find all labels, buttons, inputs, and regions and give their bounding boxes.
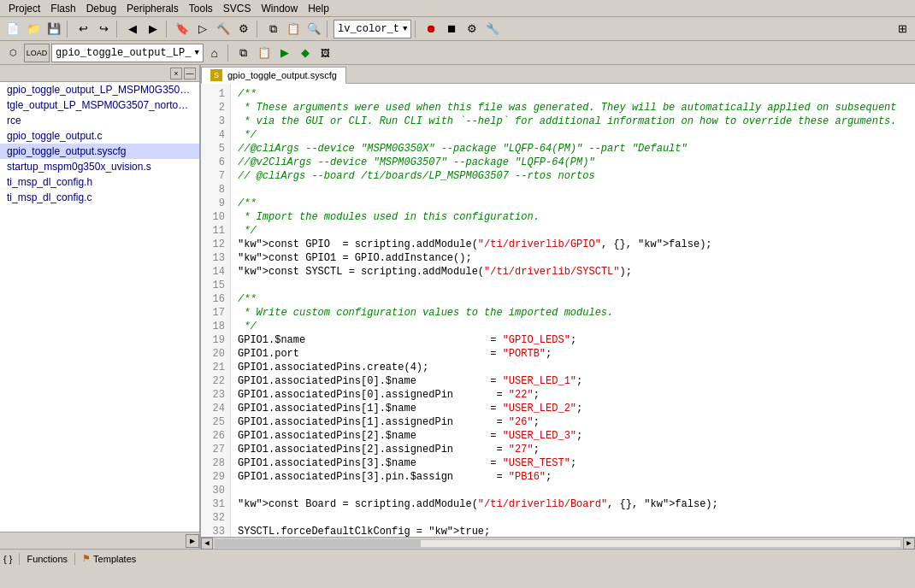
code-line: //@v2CliArgs --device "MSPM0G3507" --pac… bbox=[238, 156, 908, 169]
status-sep1 bbox=[19, 553, 20, 565]
line-number: 30 bbox=[201, 484, 230, 497]
menu-tools[interactable]: Tools bbox=[184, 1, 218, 16]
build-btn[interactable]: 🔨 bbox=[214, 20, 233, 38]
line-number: 13 bbox=[201, 251, 230, 265]
t2-img[interactable]: 🖼 bbox=[316, 44, 335, 62]
panel-minimize-btn[interactable]: — bbox=[184, 68, 196, 79]
code-line: "kw">const SYSCTL = scripting.addModule(… bbox=[238, 265, 908, 279]
scroll-right-button[interactable]: ▶ bbox=[186, 534, 199, 548]
t2-btn1[interactable]: ⬡ bbox=[3, 44, 22, 62]
file-item[interactable]: startup_mspm0g350x_uvision.s bbox=[0, 159, 199, 174]
open-button[interactable]: 📁 bbox=[24, 20, 43, 38]
panel-close-btn[interactable]: × bbox=[170, 68, 182, 79]
sep4 bbox=[257, 21, 260, 38]
find-btn[interactable]: 🔍 bbox=[304, 20, 323, 38]
line-number: 4 bbox=[201, 128, 230, 142]
extra-btn[interactable]: 🔧 bbox=[483, 20, 502, 38]
stop-btn[interactable]: ⏹ bbox=[442, 20, 461, 38]
t2-green1[interactable]: ▶ bbox=[275, 44, 294, 62]
code-line: * Write custom configuration values to t… bbox=[238, 306, 908, 320]
code-line: */ bbox=[238, 128, 908, 142]
hscroll-right[interactable]: ▶ bbox=[903, 538, 915, 550]
t2-green2[interactable]: ◆ bbox=[296, 44, 315, 62]
file-item-active[interactable]: gpio_toggle_output.syscfg bbox=[0, 144, 199, 159]
code-line: * Import the modules used in this config… bbox=[238, 210, 908, 224]
paste-btn[interactable]: 📋 bbox=[284, 20, 303, 38]
debug-btn[interactable]: ▷ bbox=[193, 20, 212, 38]
step-btn[interactable]: ⚙ bbox=[463, 20, 481, 38]
file-item[interactable]: ti_msp_dl_config.c bbox=[0, 190, 199, 205]
line-number: 5 bbox=[201, 142, 230, 156]
code-line bbox=[238, 511, 908, 525]
run-btn[interactable]: ⏺ bbox=[422, 20, 440, 38]
file-item[interactable]: tgle_output_LP_MSPM0G3507_nortos_keil bbox=[0, 97, 199, 113]
code-line: */ bbox=[238, 320, 908, 333]
menu-window[interactable]: Window bbox=[256, 1, 303, 16]
code-line bbox=[238, 183, 908, 197]
back-button[interactable]: ◀ bbox=[123, 20, 142, 38]
menu-debug[interactable]: Debug bbox=[81, 1, 121, 16]
code-line: /** bbox=[238, 292, 908, 306]
line-number: 25 bbox=[201, 415, 230, 429]
hscroll-track[interactable] bbox=[215, 539, 901, 548]
code-line: GPIO1.associatedPins[0].$name = "USER_LE… bbox=[238, 374, 908, 388]
copy-btn[interactable]: ⧉ bbox=[263, 20, 282, 38]
statusbar-curly[interactable]: { } bbox=[3, 554, 12, 564]
line-number: 12 bbox=[201, 238, 230, 251]
line-number: 19 bbox=[201, 333, 230, 347]
t2-copy[interactable]: ⧉ bbox=[234, 44, 253, 62]
menubar: Project Flash Debug Peripherals Tools SV… bbox=[0, 0, 915, 17]
code-line: GPIO1.associatedPins[1].$name = "USER_LE… bbox=[238, 402, 908, 415]
save-button[interactable]: 💾 bbox=[44, 20, 63, 38]
toolbar2: ⬡ LOAD gpio_toggle_output_LP_ ▼ ⌂ ⧉ 📋 ▶ … bbox=[0, 41, 915, 65]
code-line: //@cliArgs --device "MSPM0G350X" --packa… bbox=[238, 142, 908, 156]
new-button[interactable]: 📄 bbox=[3, 20, 22, 38]
line-number: 29 bbox=[201, 470, 230, 484]
menu-peripherals[interactable]: Peripherals bbox=[121, 1, 184, 16]
menu-project[interactable]: Project bbox=[3, 1, 45, 16]
hscroll-thumb[interactable] bbox=[215, 540, 421, 547]
t2-paste[interactable]: 📋 bbox=[255, 44, 274, 62]
file-item[interactable]: rce bbox=[0, 113, 199, 128]
left-panel-footer: ▶ bbox=[0, 532, 199, 549]
code-line: "kw">const Board = scripting.addModule("… bbox=[238, 497, 908, 511]
editor-tab-syscfg[interactable]: S gpio_toggle_output.syscfg bbox=[201, 67, 346, 84]
code-line: GPIO1.associatedPins[2].assignedPin = "2… bbox=[238, 443, 908, 456]
menu-flash[interactable]: Flash bbox=[45, 1, 80, 16]
statusbar-functions[interactable]: Functions bbox=[27, 554, 68, 564]
code-line: GPIO1.associatedPins[3].pin.$assign = "P… bbox=[238, 470, 908, 484]
line-number: 23 bbox=[201, 388, 230, 402]
line-number: 17 bbox=[201, 306, 230, 320]
t2-load[interactable]: LOAD bbox=[24, 44, 50, 62]
t2-cursor[interactable]: ⌂ bbox=[205, 44, 224, 62]
line-number: 28 bbox=[201, 456, 230, 470]
bookmark-toggle[interactable]: 🔖 bbox=[173, 20, 192, 38]
undo-button[interactable]: ↩ bbox=[74, 20, 92, 38]
line-number: 8 bbox=[201, 183, 230, 197]
forward-button[interactable]: ▶ bbox=[144, 20, 162, 38]
line-number: 14 bbox=[201, 265, 230, 279]
code-line bbox=[238, 484, 908, 497]
editor-hscroll[interactable]: ◀ ▶ bbox=[201, 537, 915, 549]
line-number: 9 bbox=[201, 197, 230, 210]
file-list: gpio_toggle_output_LP_MSPM0G3507_nortos_… bbox=[0, 82, 199, 532]
redo-button[interactable]: ↪ bbox=[94, 20, 113, 38]
line-number: 27 bbox=[201, 443, 230, 456]
statusbar: { } Functions ⚑ Templates bbox=[0, 549, 915, 567]
hscroll-left[interactable]: ◀ bbox=[201, 538, 213, 550]
color-dropdown[interactable]: lv_color_t ▼ bbox=[334, 20, 411, 38]
settings-btn[interactable]: ⚙ bbox=[234, 20, 253, 38]
code-line: * These arguments were used when this fi… bbox=[238, 101, 908, 115]
file-item[interactable]: gpio_toggle_output.c bbox=[0, 128, 199, 144]
config-btn[interactable]: ⊞ bbox=[893, 20, 912, 38]
menu-help[interactable]: Help bbox=[303, 1, 334, 16]
editor-content: 1234567891011121314151617181920212223242… bbox=[201, 84, 915, 537]
project-dropdown[interactable]: gpio_toggle_output_LP_ ▼ bbox=[51, 44, 204, 62]
code-line: "kw">const GPIO1 = GPIO.addInstance(); bbox=[238, 251, 908, 265]
code-area[interactable]: /** * These arguments were used when thi… bbox=[231, 84, 915, 537]
file-item[interactable]: gpio_toggle_output_LP_MSPM0G3507_nortos_… bbox=[0, 82, 199, 97]
code-line: GPIO1.$name = "GPIO_LEDS"; bbox=[238, 333, 908, 347]
statusbar-templates[interactable]: ⚑ Templates bbox=[82, 553, 136, 564]
menu-svcs[interactable]: SVCS bbox=[218, 1, 257, 16]
file-item[interactable]: ti_msp_dl_config.h bbox=[0, 174, 199, 190]
